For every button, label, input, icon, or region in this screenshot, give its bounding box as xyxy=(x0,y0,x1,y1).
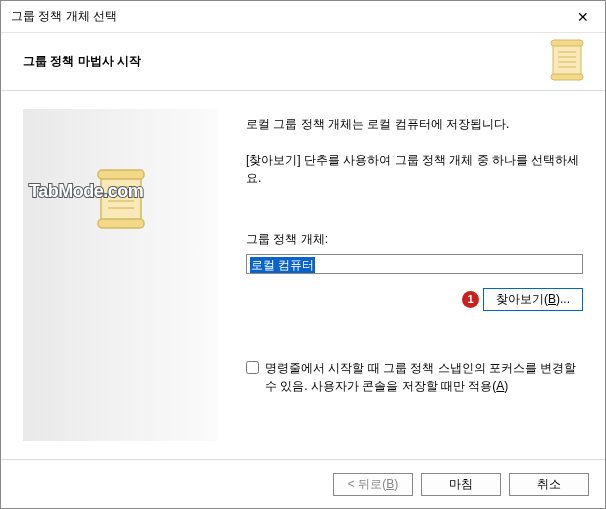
scroll-icon xyxy=(547,38,587,85)
watermark-text: TabMode.com xyxy=(29,181,143,202)
annotation-badge-1: 1 xyxy=(462,291,479,308)
browse-row: 1 찾아보기(B)... xyxy=(246,288,583,311)
window-title: 그룹 정책 개체 선택 xyxy=(11,8,117,25)
wizard-main: 로컬 그룹 정책 개체는 로컬 컴퓨터에 저장됩니다. [찾아보기] 단추를 사… xyxy=(218,91,605,459)
svg-rect-0 xyxy=(553,42,581,78)
close-button[interactable]: ✕ xyxy=(560,1,605,32)
svg-rect-8 xyxy=(98,170,144,179)
gpo-input[interactable]: 로컬 컴퓨터 xyxy=(246,254,583,274)
wizard-header: 그룹 정책 마법사 시작 xyxy=(1,33,605,91)
titlebar: 그룹 정책 개체 선택 ✕ xyxy=(1,1,605,33)
svg-rect-9 xyxy=(98,219,144,228)
gpo-field-label: 그룹 정책 개체: xyxy=(246,231,583,248)
finish-button[interactable]: 마침 xyxy=(421,473,501,496)
wizard-footer: < 뒤로(B) 마침 취소 xyxy=(1,459,605,508)
gpo-input-value: 로컬 컴퓨터 xyxy=(250,257,315,273)
focus-checkbox-row[interactable]: 명령줄에서 시작할 때 그룹 정책 스냅인의 포커스를 변경할 수 있음. 사용… xyxy=(246,359,583,395)
svg-rect-1 xyxy=(551,40,583,46)
browse-button-label: 찾아보기(B)... xyxy=(496,291,570,308)
focus-checkbox-label: 명령줄에서 시작할 때 그룹 정책 스냅인의 포커스를 변경할 수 있음. 사용… xyxy=(265,359,583,395)
wizard-sidebar-image: TabMode.com xyxy=(23,109,218,441)
content-area: TabMode.com 로컬 그룹 정책 개체는 로컬 컴퓨터에 저장됩니다. … xyxy=(1,91,605,459)
description-line-1: 로컬 그룹 정책 개체는 로컬 컴퓨터에 저장됩니다. xyxy=(246,115,583,133)
description-line-2: [찾아보기] 단추를 사용하여 그룹 정책 개체 중 하나를 선택하세요. xyxy=(246,151,583,187)
back-button-label: < 뒤로(B) xyxy=(348,476,398,493)
close-icon: ✕ xyxy=(577,9,589,25)
cancel-button[interactable]: 취소 xyxy=(509,473,589,496)
wizard-subtitle: 그룹 정책 마법사 시작 xyxy=(23,53,141,70)
focus-checkbox[interactable] xyxy=(246,361,259,374)
browse-button[interactable]: 찾아보기(B)... xyxy=(483,288,583,311)
back-button: < 뒤로(B) xyxy=(333,473,413,496)
svg-rect-2 xyxy=(551,74,583,80)
